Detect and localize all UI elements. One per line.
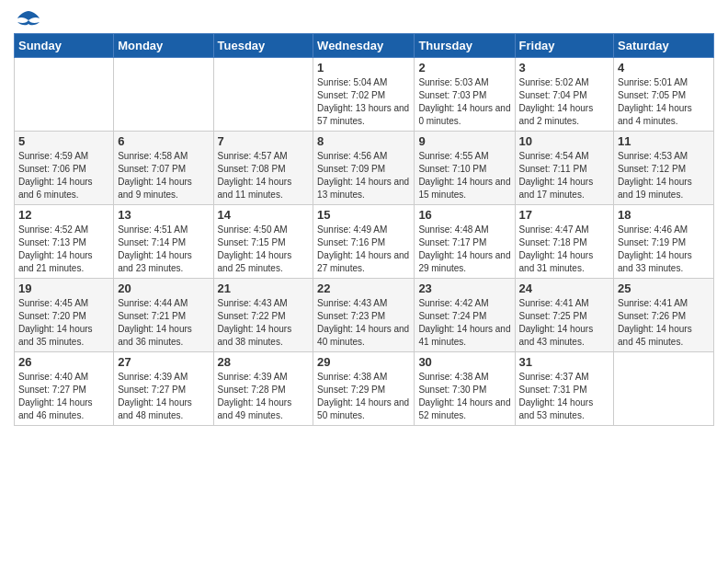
calendar-cell: 12Sunrise: 4:52 AMSunset: 7:13 PMDayligh… — [15, 205, 114, 279]
col-header-wednesday: Wednesday — [313, 34, 415, 58]
calendar-cell: 14Sunrise: 4:50 AMSunset: 7:15 PMDayligh… — [213, 205, 313, 279]
day-info: Sunrise: 4:52 AMSunset: 7:13 PMDaylight:… — [18, 224, 109, 275]
calendar-cell — [614, 352, 714, 426]
day-number: 24 — [519, 282, 610, 295]
calendar-cell: 31Sunrise: 4:37 AMSunset: 7:31 PMDayligh… — [515, 352, 614, 426]
calendar-header-row: SundayMondayTuesdayWednesdayThursdayFrid… — [15, 34, 714, 58]
day-number: 18 — [618, 208, 710, 222]
day-number: 13 — [118, 208, 209, 222]
day-info: Sunrise: 5:04 AMSunset: 7:02 PMDaylight:… — [317, 76, 410, 128]
calendar-cell: 30Sunrise: 4:38 AMSunset: 7:30 PMDayligh… — [415, 352, 515, 426]
day-number: 2 — [418, 61, 510, 75]
day-info: Sunrise: 4:37 AMSunset: 7:31 PMDaylight:… — [519, 371, 610, 422]
calendar-cell: 29Sunrise: 4:38 AMSunset: 7:29 PMDayligh… — [313, 352, 415, 426]
col-header-sunday: Sunday — [15, 34, 114, 58]
calendar-cell: 24Sunrise: 4:41 AMSunset: 7:25 PMDayligh… — [515, 279, 614, 352]
calendar-cell: 13Sunrise: 4:51 AMSunset: 7:14 PMDayligh… — [114, 205, 213, 279]
calendar-cell: 6Sunrise: 4:58 AMSunset: 7:07 PMDaylight… — [114, 132, 213, 205]
day-info: Sunrise: 4:38 AMSunset: 7:30 PMDaylight:… — [418, 371, 510, 422]
week-row-2: 5Sunrise: 4:59 AMSunset: 7:06 PMDaylight… — [15, 132, 714, 205]
page: SundayMondayTuesdayWednesdayThursdayFrid… — [0, 0, 728, 440]
week-row-4: 19Sunrise: 4:45 AMSunset: 7:20 PMDayligh… — [15, 279, 714, 352]
day-number: 20 — [118, 282, 209, 295]
day-info: Sunrise: 4:46 AMSunset: 7:19 PMDaylight:… — [618, 224, 710, 275]
calendar-cell: 7Sunrise: 4:57 AMSunset: 7:08 PMDaylight… — [213, 132, 313, 205]
calendar-cell: 10Sunrise: 4:54 AMSunset: 7:11 PMDayligh… — [515, 132, 614, 205]
calendar-cell: 16Sunrise: 4:48 AMSunset: 7:17 PMDayligh… — [415, 205, 515, 279]
calendar-cell: 11Sunrise: 4:53 AMSunset: 7:12 PMDayligh… — [614, 132, 714, 205]
calendar-cell: 2Sunrise: 5:03 AMSunset: 7:03 PMDaylight… — [415, 58, 515, 132]
day-number: 29 — [317, 355, 410, 369]
day-info: Sunrise: 5:02 AMSunset: 7:04 PMDaylight:… — [519, 76, 610, 128]
week-row-3: 12Sunrise: 4:52 AMSunset: 7:13 PMDayligh… — [15, 205, 714, 279]
day-number: 6 — [118, 134, 209, 148]
day-number: 27 — [118, 355, 209, 369]
day-info: Sunrise: 4:41 AMSunset: 7:25 PMDaylight:… — [519, 297, 610, 349]
day-number: 1 — [317, 61, 410, 75]
day-info: Sunrise: 4:45 AMSunset: 7:20 PMDaylight:… — [18, 297, 109, 349]
calendar-cell: 22Sunrise: 4:43 AMSunset: 7:23 PMDayligh… — [313, 279, 415, 352]
calendar-cell: 8Sunrise: 4:56 AMSunset: 7:09 PMDaylight… — [313, 132, 415, 205]
day-info: Sunrise: 4:49 AMSunset: 7:16 PMDaylight:… — [317, 224, 410, 275]
day-number: 15 — [317, 208, 410, 222]
calendar-cell: 23Sunrise: 4:42 AMSunset: 7:24 PMDayligh… — [415, 279, 515, 352]
calendar-cell: 17Sunrise: 4:47 AMSunset: 7:18 PMDayligh… — [515, 205, 614, 279]
logo-bird-icon — [16, 9, 41, 29]
calendar-cell: 1Sunrise: 5:04 AMSunset: 7:02 PMDaylight… — [313, 58, 415, 132]
day-info: Sunrise: 4:44 AMSunset: 7:21 PMDaylight:… — [118, 297, 209, 349]
day-number: 17 — [519, 208, 610, 222]
day-info: Sunrise: 4:56 AMSunset: 7:09 PMDaylight:… — [317, 150, 410, 201]
calendar-cell: 19Sunrise: 4:45 AMSunset: 7:20 PMDayligh… — [15, 279, 114, 352]
day-number: 7 — [218, 134, 310, 148]
calendar-cell: 18Sunrise: 4:46 AMSunset: 7:19 PMDayligh… — [614, 205, 714, 279]
day-info: Sunrise: 4:57 AMSunset: 7:08 PMDaylight:… — [218, 150, 310, 201]
col-header-friday: Friday — [515, 34, 614, 58]
day-number: 31 — [519, 355, 610, 369]
day-info: Sunrise: 4:42 AMSunset: 7:24 PMDaylight:… — [418, 297, 510, 349]
col-header-thursday: Thursday — [415, 34, 515, 58]
day-info: Sunrise: 4:59 AMSunset: 7:06 PMDaylight:… — [18, 150, 109, 201]
day-number: 30 — [418, 355, 510, 369]
day-number: 28 — [218, 355, 310, 369]
day-number: 8 — [317, 134, 410, 148]
calendar-cell: 3Sunrise: 5:02 AMSunset: 7:04 PMDaylight… — [515, 58, 614, 132]
day-number: 5 — [18, 134, 109, 148]
header — [14, 9, 714, 26]
day-info: Sunrise: 4:43 AMSunset: 7:22 PMDaylight:… — [218, 297, 310, 349]
col-header-saturday: Saturday — [614, 34, 714, 58]
day-number: 22 — [317, 282, 410, 295]
calendar-cell: 9Sunrise: 4:55 AMSunset: 7:10 PMDaylight… — [415, 132, 515, 205]
col-header-monday: Monday — [114, 34, 213, 58]
day-number: 19 — [18, 282, 109, 295]
calendar-cell: 21Sunrise: 4:43 AMSunset: 7:22 PMDayligh… — [213, 279, 313, 352]
day-info: Sunrise: 4:39 AMSunset: 7:28 PMDaylight:… — [218, 371, 310, 422]
calendar-cell — [114, 58, 213, 132]
calendar-cell — [15, 58, 114, 132]
calendar-cell: 25Sunrise: 4:41 AMSunset: 7:26 PMDayligh… — [614, 279, 714, 352]
calendar-table: SundayMondayTuesdayWednesdayThursdayFrid… — [14, 33, 714, 426]
day-info: Sunrise: 4:48 AMSunset: 7:17 PMDaylight:… — [418, 224, 510, 275]
day-number: 26 — [18, 355, 109, 369]
day-number: 12 — [18, 208, 109, 222]
day-number: 25 — [618, 282, 710, 295]
calendar-cell: 20Sunrise: 4:44 AMSunset: 7:21 PMDayligh… — [114, 279, 213, 352]
calendar-cell — [213, 58, 313, 132]
calendar-cell: 26Sunrise: 4:40 AMSunset: 7:27 PMDayligh… — [15, 352, 114, 426]
day-info: Sunrise: 4:53 AMSunset: 7:12 PMDaylight:… — [618, 150, 710, 201]
day-info: Sunrise: 4:58 AMSunset: 7:07 PMDaylight:… — [118, 150, 209, 201]
day-number: 21 — [218, 282, 310, 295]
day-number: 4 — [618, 61, 710, 75]
logo — [14, 9, 41, 26]
day-info: Sunrise: 5:03 AMSunset: 7:03 PMDaylight:… — [418, 76, 510, 128]
day-info: Sunrise: 4:55 AMSunset: 7:10 PMDaylight:… — [418, 150, 510, 201]
day-info: Sunrise: 4:43 AMSunset: 7:23 PMDaylight:… — [317, 297, 410, 349]
week-row-1: 1Sunrise: 5:04 AMSunset: 7:02 PMDaylight… — [15, 58, 714, 132]
day-number: 9 — [418, 134, 510, 148]
col-header-tuesday: Tuesday — [213, 34, 313, 58]
day-info: Sunrise: 4:50 AMSunset: 7:15 PMDaylight:… — [218, 224, 310, 275]
calendar-cell: 15Sunrise: 4:49 AMSunset: 7:16 PMDayligh… — [313, 205, 415, 279]
week-row-5: 26Sunrise: 4:40 AMSunset: 7:27 PMDayligh… — [15, 352, 714, 426]
calendar-cell: 27Sunrise: 4:39 AMSunset: 7:27 PMDayligh… — [114, 352, 213, 426]
day-info: Sunrise: 4:40 AMSunset: 7:27 PMDaylight:… — [18, 371, 109, 422]
day-number: 11 — [618, 134, 710, 148]
